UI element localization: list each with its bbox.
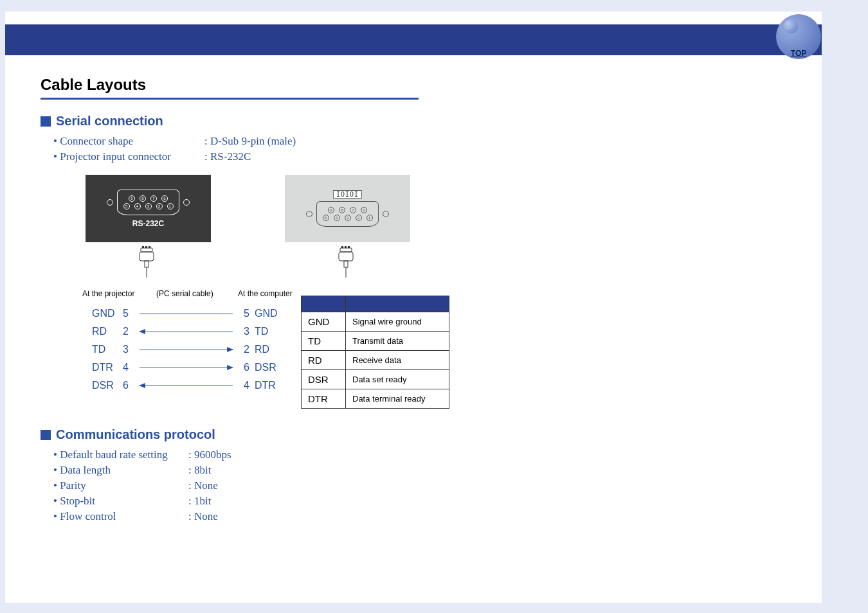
pin-icon: 4: [134, 203, 141, 209]
pin-row-top: 9876: [328, 207, 367, 213]
pin-label: TD: [255, 326, 285, 337]
table-row: GNDSignal wire ground: [302, 312, 449, 332]
pinout-header-right: At the computer: [238, 289, 293, 298]
table-header-blank: [346, 296, 449, 312]
pin-icon: 9: [328, 207, 334, 213]
pin-icon: 7: [150, 195, 157, 202]
svg-rect-8: [341, 246, 343, 248]
pin-number: 3: [123, 344, 134, 355]
signal-abbr: DTR: [302, 389, 346, 409]
spec-line: • Data length: 8bit: [53, 464, 812, 477]
pin-label: DSR: [255, 362, 285, 373]
wire-line-icon: [140, 368, 233, 368]
section-serial-connection: Serial connection: [41, 114, 812, 129]
pin-icon: 6: [361, 207, 367, 213]
serial-spec-list: • Connector shape: D-Sub 9-pin (male)• P…: [41, 135, 812, 163]
pinout-header-left: At the projector: [82, 289, 134, 298]
spec-label: • Projector input connector: [53, 150, 204, 163]
pinout-header-mid: (PC serial cable): [156, 289, 213, 298]
spec-value: : None: [188, 479, 218, 492]
pin-line: TD 3 2 RD: [92, 341, 285, 359]
serial-plug-icon: [336, 248, 356, 280]
pinout-wiring: GND 5 5 GND RD 2 3 TD TD 3 2 RD DTR 4 6 …: [92, 305, 285, 395]
pin-number: 5: [238, 308, 249, 319]
dsub-shape: 9876 54321: [117, 190, 179, 215]
top-link-label: TOP: [791, 49, 806, 58]
page-background: Cable Layouts Serial connection • Connec…: [5, 12, 822, 603]
dsub-connector-icon: 9876 54321: [306, 201, 389, 227]
table-row: TDTransmit data: [302, 332, 449, 351]
spec-line: • Flow control: None: [53, 510, 812, 523]
pin-icon: 2: [356, 215, 362, 221]
svg-rect-2: [145, 246, 147, 248]
signal-description-table: GNDSignal wire groundTDTransmit dataRDRe…: [301, 296, 449, 409]
spec-value: : D-Sub 9-pin (male): [204, 135, 296, 148]
pin-number: 2: [123, 326, 134, 337]
top-nav-badge[interactable]: ⌂ TOP: [776, 14, 821, 59]
svg-rect-5: [145, 261, 149, 267]
connector-diagrams: 9876 54321 RS-232C IOIOI 9876 54321: [86, 175, 812, 278]
screw-icon: [107, 199, 113, 206]
pin-label: RD: [92, 326, 123, 337]
svg-rect-7: [340, 248, 352, 252]
title-underline: [41, 98, 419, 100]
square-bullet-icon: [41, 430, 51, 440]
pin-line: DTR 4 6 DSR: [92, 359, 285, 377]
pin-line: GND 5 5 GND: [92, 305, 285, 323]
rs232c-label: RS-232C: [132, 219, 164, 228]
dsub-shape: 9876 54321: [316, 201, 379, 227]
pin-label: DSR: [92, 380, 123, 391]
spec-line: • Default baud rate setting: 9600bps: [53, 449, 812, 461]
pin-label: GND: [92, 308, 123, 319]
screw-icon: [383, 211, 389, 217]
communications-protocol-heading: Communications protocol: [56, 427, 215, 442]
pinout-diagram-area: At the projector (PC serial cable) At th…: [57, 289, 812, 411]
pin-number: 4: [123, 362, 134, 373]
signal-abbr: GND: [302, 312, 346, 332]
signal-desc: Data set ready: [346, 370, 449, 389]
dsub-connector-icon: 9876 54321: [107, 190, 190, 215]
spec-line: • Stop-bit: 1bit: [53, 495, 812, 508]
pin-row-top: 9876: [129, 195, 168, 202]
pin-icon: 8: [339, 207, 345, 213]
spec-line: • Projector input connector: RS-232C: [53, 150, 812, 163]
table-row: DSRData set ready: [302, 370, 449, 389]
pin-line: DSR 6 4 DTR: [92, 377, 285, 395]
spec-label: • Flow control: [53, 510, 188, 523]
spec-line: • Connector shape: D-Sub 9-pin (male): [53, 135, 812, 148]
serial-plug-icon: [137, 248, 156, 280]
pin-icon: 4: [334, 215, 340, 221]
pin-icon: 1: [366, 215, 373, 221]
svg-rect-1: [142, 246, 144, 248]
pin-line: RD 2 3 TD: [92, 323, 285, 341]
pin-row-bottom: 54321: [323, 215, 373, 221]
pin-label: GND: [255, 308, 285, 319]
pin-label: DTR: [92, 362, 123, 373]
pin-icon: 2: [156, 203, 163, 209]
svg-rect-0: [141, 248, 152, 252]
ioi-port-label: IOIOI: [333, 190, 362, 199]
projector-connector-diagram: 9876 54321 RS-232C: [86, 175, 211, 242]
pin-number: 6: [238, 362, 249, 373]
pin-icon: 5: [323, 215, 329, 221]
spec-value: : 8bit: [188, 464, 211, 477]
signal-abbr: RD: [302, 351, 346, 370]
pin-label: TD: [92, 344, 123, 355]
table-row: RDReceive data: [302, 351, 449, 370]
spec-label: • Data length: [53, 464, 188, 477]
wire-line-icon: [140, 350, 233, 350]
svg-rect-10: [348, 246, 350, 248]
pin-row-bottom: 54321: [123, 203, 174, 209]
table-header-blank: [302, 296, 346, 312]
protocol-spec-list: • Default baud rate setting: 9600bps• Da…: [41, 449, 812, 523]
pin-icon: 9: [129, 195, 135, 202]
signal-desc: Data terminal ready: [346, 389, 449, 409]
spec-value: : None: [188, 510, 218, 523]
communications-protocol-section: Communications protocol • Default baud r…: [41, 427, 812, 523]
pin-label: DTR: [255, 380, 285, 391]
spec-label: • Connector shape: [53, 135, 204, 148]
signal-desc: Signal wire ground: [346, 312, 449, 332]
screw-icon: [306, 211, 312, 217]
signal-abbr: DSR: [302, 370, 346, 389]
pin-icon: 8: [140, 195, 146, 202]
